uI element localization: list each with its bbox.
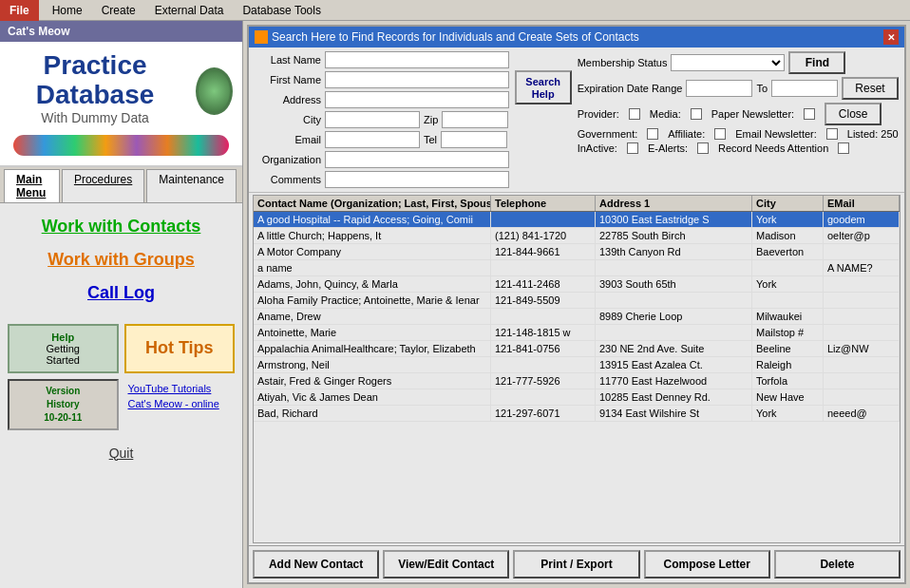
cell-city: York bbox=[752, 212, 824, 227]
tab-maintenance[interactable]: Maintenance bbox=[146, 169, 237, 202]
tab-main-menu[interactable]: Main Menu bbox=[4, 169, 60, 202]
right-panel: Search Here to Find Records for Individu… bbox=[243, 21, 910, 588]
cell-email: Liz@NW bbox=[824, 341, 900, 356]
provider-checkbox[interactable] bbox=[629, 108, 640, 120]
cell-email: oelter@p bbox=[824, 228, 900, 243]
media-checkbox[interactable] bbox=[691, 108, 702, 120]
decorative-eggs-bar bbox=[13, 135, 229, 156]
government-checkbox[interactable] bbox=[647, 128, 658, 140]
inactive-label: InActive: bbox=[578, 142, 617, 154]
table-row[interactable]: Aloha Family Practice; Antoinette, Marie… bbox=[254, 293, 900, 309]
comments-label: Comments bbox=[255, 174, 321, 185]
contacts-table: Contact Name (Organization; Last, First,… bbox=[253, 195, 901, 543]
affiliate-checkbox[interactable] bbox=[714, 128, 726, 140]
cell-addr: 10285 East Denney Rd. bbox=[596, 389, 752, 405]
version-history-box[interactable]: Version History 10-20-11 bbox=[8, 379, 119, 430]
expiration-to-input[interactable] bbox=[771, 80, 838, 97]
table-row[interactable]: Bad, Richard 121-297-6071 9134 East Wils… bbox=[254, 406, 900, 422]
table-row[interactable]: A Motor Company 121-844-9661 139th Canyo… bbox=[254, 244, 900, 260]
cell-city bbox=[752, 260, 824, 275]
paper-newsletter-label: Paper Newsletter: bbox=[711, 108, 794, 120]
file-menu[interactable]: File bbox=[0, 0, 39, 21]
city-input[interactable] bbox=[325, 111, 420, 128]
cell-city: Milwaukei bbox=[752, 309, 824, 324]
catsmeow-online-link[interactable]: Cat's Meow - online bbox=[128, 398, 232, 409]
dialog-x-button[interactable]: ✕ bbox=[883, 29, 899, 45]
youtube-tutorials-link[interactable]: YouTube Tutorials bbox=[128, 383, 232, 394]
cell-city: Torfola bbox=[752, 373, 824, 389]
table-row[interactable]: Adams, John, Quincy, & Marla 121-411-246… bbox=[254, 276, 900, 293]
database-tools-menu[interactable]: Database Tools bbox=[233, 2, 331, 19]
cell-tel: 121-841-0756 bbox=[491, 341, 596, 356]
table-row[interactable]: Armstrong, Neil 13915 East Azalea Ct. Ra… bbox=[254, 357, 900, 373]
inactive-checkbox[interactable] bbox=[627, 142, 638, 154]
email-newsletter-checkbox[interactable] bbox=[826, 128, 838, 140]
table-row[interactable]: Antoinette, Marie 121-148-1815 w Mailsto… bbox=[254, 325, 900, 341]
cell-addr bbox=[596, 325, 752, 340]
cell-city: Madison bbox=[752, 228, 824, 243]
table-row[interactable]: Aname, Drew 8989 Cherie Loop Milwaukei bbox=[254, 309, 900, 325]
cell-email bbox=[824, 357, 900, 372]
quit-area: Quit bbox=[0, 438, 242, 468]
table-row[interactable]: A little Church; Happens, It (121) 841-1… bbox=[254, 228, 900, 244]
help-getting-started-box[interactable]: Help Getting Started bbox=[8, 324, 119, 373]
cell-city: Baeverton bbox=[752, 244, 824, 259]
find-button[interactable]: Find bbox=[788, 51, 845, 74]
col-header-name: Contact Name (Organization; Last, First,… bbox=[254, 196, 491, 211]
zip-input[interactable] bbox=[442, 111, 508, 128]
help-hottips-area: Help Getting Started Hot Tips Version Hi… bbox=[0, 316, 242, 438]
table-row[interactable]: a name A NAME? bbox=[254, 260, 900, 276]
cell-tel: 121-777-5926 bbox=[491, 373, 596, 389]
work-with-groups-button[interactable]: Work with Groups bbox=[44, 246, 199, 274]
delete-button[interactable]: Delete bbox=[774, 550, 901, 579]
call-log-button[interactable]: Call Log bbox=[84, 279, 159, 307]
add-new-contact-button[interactable]: Add New Contact bbox=[253, 550, 379, 579]
view-edit-contact-button[interactable]: View/Edit Contact bbox=[383, 550, 509, 579]
paper-newsletter-checkbox[interactable] bbox=[804, 108, 815, 120]
table-row[interactable]: Atiyah, Vic & James Dean 10285 East Denn… bbox=[254, 389, 900, 406]
close-button[interactable]: Close bbox=[825, 103, 882, 125]
first-name-input[interactable] bbox=[325, 71, 509, 88]
expiration-label: Expiration Date Range bbox=[578, 83, 683, 94]
listed-count: Listed: 250 bbox=[847, 128, 899, 140]
cell-name: Astair, Fred & Ginger Rogers bbox=[254, 373, 491, 389]
hot-tips-box[interactable]: Hot Tips bbox=[124, 324, 236, 373]
cell-name: Atiyah, Vic & James Dean bbox=[254, 389, 491, 405]
col-header-addr: Address 1 bbox=[596, 196, 752, 211]
reset-button[interactable]: Reset bbox=[842, 77, 899, 100]
cell-city: Beeline bbox=[752, 341, 824, 356]
city-label: City bbox=[255, 114, 321, 125]
membership-select[interactable] bbox=[671, 54, 785, 71]
expiration-from-input[interactable] bbox=[686, 80, 752, 97]
cell-addr: 13915 East Azalea Ct. bbox=[596, 357, 752, 372]
cell-tel: 121-411-2468 bbox=[491, 276, 596, 292]
cell-email bbox=[824, 325, 900, 340]
create-menu[interactable]: Create bbox=[92, 2, 145, 19]
email-input[interactable] bbox=[325, 131, 420, 148]
search-help-button[interactable]: SearchHelp bbox=[515, 70, 572, 104]
tab-procedures[interactable]: Procedures bbox=[62, 169, 144, 202]
cell-city: New Have bbox=[752, 389, 824, 405]
email-newsletter-label: Email Newsletter: bbox=[735, 128, 817, 140]
ealerts-checkbox[interactable] bbox=[697, 142, 709, 154]
table-row[interactable]: Astair, Fred & Ginger Rogers 121-777-592… bbox=[254, 373, 900, 389]
print-export-button[interactable]: Print / Export bbox=[513, 550, 639, 579]
dialog-title-bar: Search Here to Find Records for Individu… bbox=[249, 27, 904, 47]
comments-input[interactable] bbox=[325, 171, 509, 188]
table-row[interactable]: Appalachia AnimalHealthcare; Taylor, Eli… bbox=[254, 341, 900, 357]
address-input[interactable] bbox=[325, 91, 509, 108]
home-menu[interactable]: Home bbox=[43, 2, 92, 19]
work-with-contacts-button[interactable]: Work with Contacts bbox=[38, 213, 205, 240]
table-row[interactable]: A good Hospital -- Rapid Access; Going, … bbox=[254, 212, 900, 228]
logo-icon bbox=[196, 67, 233, 115]
cell-addr: 139th Canyon Rd bbox=[596, 244, 752, 259]
last-name-input[interactable] bbox=[325, 51, 509, 68]
compose-letter-button[interactable]: Compose Letter bbox=[644, 550, 770, 579]
table-header: Contact Name (Organization; Last, First,… bbox=[254, 196, 900, 212]
tel-input[interactable] bbox=[441, 131, 507, 148]
government-label: Government: bbox=[578, 128, 638, 140]
quit-button[interactable]: Quit bbox=[109, 446, 134, 461]
record-needs-checkbox[interactable] bbox=[838, 142, 849, 154]
org-input[interactable] bbox=[325, 151, 509, 168]
external-data-menu[interactable]: External Data bbox=[145, 2, 234, 19]
